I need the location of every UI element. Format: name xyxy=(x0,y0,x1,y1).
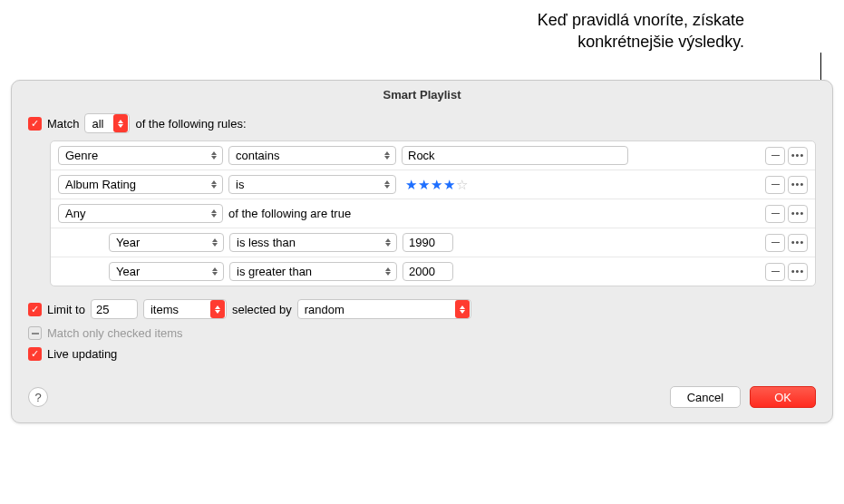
rule-value-input[interactable]: 1990 xyxy=(403,233,453,252)
limit-method-value: random xyxy=(305,303,451,316)
ok-button[interactable]: OK xyxy=(750,386,816,408)
updown-icon xyxy=(208,234,222,252)
rule-rating-stars[interactable]: ★★★★☆ xyxy=(402,177,468,193)
ellipsis-icon: ••• xyxy=(791,179,805,189)
updown-icon xyxy=(208,263,222,281)
rules-list: GenrecontainsRock•••Album Ratingis★★★★☆•… xyxy=(50,141,816,286)
help-button[interactable]: ? xyxy=(28,387,48,407)
rule-operator-select[interactable]: contains xyxy=(228,146,396,165)
updown-icon xyxy=(207,205,221,223)
rule-actions: ••• xyxy=(765,147,808,165)
rule-more-button[interactable]: ••• xyxy=(788,234,808,252)
match-mode-select[interactable]: all xyxy=(84,113,130,133)
rule-field-value: Any xyxy=(65,207,203,220)
updown-icon xyxy=(381,234,395,252)
limit-method-select[interactable]: random xyxy=(297,299,471,319)
rule-value-input[interactable]: 2000 xyxy=(403,262,453,281)
updown-icon xyxy=(207,147,221,165)
remove-rule-button[interactable] xyxy=(765,176,785,194)
remove-rule-button[interactable] xyxy=(765,147,785,165)
rule-row: GenrecontainsRock••• xyxy=(51,141,815,170)
rule-operator-value: is less than xyxy=(237,236,377,249)
check-icon: ✓ xyxy=(31,305,39,315)
rule-actions: ••• xyxy=(765,205,808,223)
rule-row: Album Ratingis★★★★☆••• xyxy=(51,170,815,199)
cancel-label: Cancel xyxy=(687,391,723,404)
limit-count-input[interactable]: 25 xyxy=(91,299,138,319)
rule-field-select[interactable]: Year xyxy=(109,233,224,252)
match-label-after: of the following rules: xyxy=(135,117,246,131)
updown-icon xyxy=(113,114,128,132)
rule-operator-select[interactable]: is xyxy=(228,175,396,194)
minus-icon xyxy=(771,155,780,157)
minus-icon xyxy=(771,213,780,215)
limit-unit-select[interactable]: items xyxy=(143,299,227,319)
remove-rule-button[interactable] xyxy=(765,263,785,281)
rule-value-input[interactable]: Rock xyxy=(402,146,628,165)
match-only-row: Match only checked items xyxy=(28,326,816,340)
limit-label: Limit to xyxy=(47,303,85,316)
rule-value-text: 1990 xyxy=(409,236,435,249)
annotation-line1: Keď pravidlá vnoríte, získate xyxy=(538,9,744,31)
rule-field-select[interactable]: Year xyxy=(109,262,224,281)
window-title: Smart Playlist xyxy=(12,81,832,108)
ellipsis-icon: ••• xyxy=(791,267,805,276)
check-icon: ✓ xyxy=(31,349,39,359)
updown-icon xyxy=(210,300,225,318)
limit-unit-value: items xyxy=(150,303,207,316)
ellipsis-icon: ••• xyxy=(791,208,805,218)
check-icon: ✓ xyxy=(31,119,39,129)
dialog-footer: ? Cancel OK xyxy=(12,377,832,422)
star-filled-icon: ★ xyxy=(443,177,455,193)
remove-rule-button[interactable] xyxy=(765,205,785,223)
updown-icon xyxy=(380,147,394,165)
rule-value-text: 2000 xyxy=(409,265,435,278)
minus-icon xyxy=(771,271,780,273)
updown-icon xyxy=(455,300,470,318)
rule-more-button[interactable]: ••• xyxy=(788,263,808,281)
updown-icon xyxy=(207,176,221,194)
annotation-text: Keď pravidlá vnoríte, získate konkrétnej… xyxy=(538,9,744,53)
star-filled-icon: ★ xyxy=(431,177,442,193)
ellipsis-icon: ••• xyxy=(791,150,805,160)
remove-rule-button[interactable] xyxy=(765,234,785,252)
rule-row: Anyof the following are true••• xyxy=(51,199,815,228)
rule-field-value: Genre xyxy=(65,149,203,162)
limit-checkbox[interactable]: ✓ xyxy=(28,303,42,316)
rule-actions: ••• xyxy=(765,176,808,194)
live-updating-label: Live updating xyxy=(47,347,117,361)
rule-field-value: Album Rating xyxy=(65,178,203,191)
match-only-label: Match only checked items xyxy=(47,326,183,340)
rule-field-select[interactable]: Any xyxy=(58,204,223,223)
updown-icon xyxy=(380,176,394,194)
minus-icon xyxy=(771,184,780,186)
selected-by-label: selected by xyxy=(232,303,292,316)
live-updating-checkbox[interactable]: ✓ xyxy=(28,347,42,361)
rule-row: Yearis greater than2000••• xyxy=(51,257,815,286)
limit-row: ✓ Limit to 25 items selected by random xyxy=(28,299,816,319)
rule-field-value: Year xyxy=(116,265,204,278)
rule-operator-value: is xyxy=(236,178,376,191)
ellipsis-icon: ••• xyxy=(791,237,805,247)
cancel-button[interactable]: Cancel xyxy=(670,386,741,408)
rule-operator-value: contains xyxy=(236,149,376,162)
star-filled-icon: ★ xyxy=(405,177,417,193)
rule-operator-select[interactable]: is greater than xyxy=(229,262,397,281)
rule-more-button[interactable]: ••• xyxy=(788,205,808,223)
limit-count-value: 25 xyxy=(96,303,109,316)
star-filled-icon: ★ xyxy=(418,177,430,193)
match-only-checkbox[interactable] xyxy=(28,326,42,340)
live-updating-row: ✓ Live updating xyxy=(28,347,816,361)
rule-field-select[interactable]: Album Rating xyxy=(58,175,223,194)
match-row: ✓ Match all of the following rules: xyxy=(28,113,816,133)
rule-more-button[interactable]: ••• xyxy=(788,176,808,194)
annotation-line2: konkrétnejšie výsledky. xyxy=(538,31,744,53)
match-mode-value: all xyxy=(92,117,110,131)
rule-operator-value: is greater than xyxy=(237,265,377,278)
rule-field-value: Year xyxy=(116,236,204,249)
rule-more-button[interactable]: ••• xyxy=(788,147,808,165)
rule-actions: ••• xyxy=(765,263,808,281)
rule-field-select[interactable]: Genre xyxy=(58,146,223,165)
match-checkbox[interactable]: ✓ xyxy=(28,117,42,131)
rule-operator-select[interactable]: is less than xyxy=(229,233,397,252)
